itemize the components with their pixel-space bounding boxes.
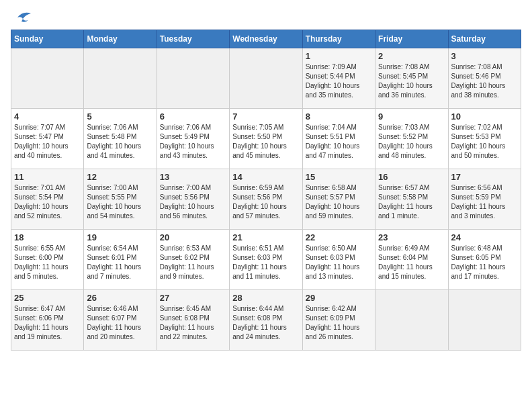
calendar-week-row: 11Sunrise: 7:01 AM Sunset: 5:54 PM Dayli… [11, 169, 521, 230]
page-header [11, 11, 521, 23]
logo-bird-icon [12, 11, 34, 26]
calendar-week-row: 1Sunrise: 7:09 AM Sunset: 5:44 PM Daylig… [11, 48, 521, 109]
col-header-monday: Monday [84, 30, 157, 48]
col-header-saturday: Saturday [448, 30, 521, 48]
day-number: 12 [87, 172, 153, 182]
day-number: 8 [306, 111, 372, 122]
day-number: 16 [378, 172, 445, 182]
day-info: Sunrise: 6:56 AM Sunset: 5:59 PM Dayligh… [451, 183, 518, 221]
day-number: 15 [306, 172, 372, 182]
calendar-cell: 24Sunrise: 6:48 AM Sunset: 6:05 PM Dayli… [448, 230, 521, 290]
calendar-cell [375, 290, 448, 351]
calendar-cell: 29Sunrise: 6:42 AM Sunset: 6:09 PM Dayli… [302, 290, 375, 351]
calendar-cell: 17Sunrise: 6:56 AM Sunset: 5:59 PM Dayli… [448, 169, 521, 230]
day-info: Sunrise: 6:45 AM Sunset: 6:08 PM Dayligh… [160, 304, 226, 342]
day-info: Sunrise: 7:07 AM Sunset: 5:47 PM Dayligh… [14, 123, 81, 161]
calendar-week-row: 18Sunrise: 6:55 AM Sunset: 6:00 PM Dayli… [11, 230, 521, 290]
calendar-cell: 8Sunrise: 7:04 AM Sunset: 5:51 PM Daylig… [302, 109, 375, 169]
calendar-cell [11, 48, 84, 109]
calendar-cell: 18Sunrise: 6:55 AM Sunset: 6:00 PM Dayli… [11, 230, 84, 290]
col-header-tuesday: Tuesday [157, 30, 229, 48]
day-number: 5 [87, 111, 153, 122]
day-number: 24 [451, 232, 518, 242]
calendar-cell: 6Sunrise: 7:06 AM Sunset: 5:49 PM Daylig… [157, 109, 229, 169]
day-number: 11 [14, 172, 81, 182]
day-number: 10 [451, 111, 518, 122]
logo [11, 11, 34, 23]
day-info: Sunrise: 7:08 AM Sunset: 5:46 PM Dayligh… [451, 62, 518, 100]
calendar-cell: 22Sunrise: 6:50 AM Sunset: 6:03 PM Dayli… [302, 230, 375, 290]
calendar-cell: 9Sunrise: 7:03 AM Sunset: 5:52 PM Daylig… [375, 109, 448, 169]
day-info: Sunrise: 6:57 AM Sunset: 5:58 PM Dayligh… [378, 183, 445, 221]
day-number: 4 [14, 111, 81, 122]
calendar-cell: 11Sunrise: 7:01 AM Sunset: 5:54 PM Dayli… [11, 169, 84, 230]
calendar-table: SundayMondayTuesdayWednesdayThursdayFrid… [11, 30, 521, 351]
col-header-sunday: Sunday [11, 30, 84, 48]
calendar-cell: 20Sunrise: 6:53 AM Sunset: 6:02 PM Dayli… [157, 230, 229, 290]
calendar-cell [448, 290, 521, 351]
day-number: 17 [451, 172, 518, 182]
calendar-cell: 4Sunrise: 7:07 AM Sunset: 5:47 PM Daylig… [11, 109, 84, 169]
calendar-cell: 13Sunrise: 7:00 AM Sunset: 5:56 PM Dayli… [157, 169, 229, 230]
day-number: 27 [160, 293, 226, 303]
day-info: Sunrise: 6:51 AM Sunset: 6:03 PM Dayligh… [232, 244, 299, 281]
day-number: 21 [232, 232, 299, 242]
day-number: 20 [160, 232, 226, 242]
day-number: 29 [306, 293, 372, 303]
day-info: Sunrise: 6:46 AM Sunset: 6:07 PM Dayligh… [87, 304, 153, 342]
calendar-week-row: 4Sunrise: 7:07 AM Sunset: 5:47 PM Daylig… [11, 109, 521, 169]
calendar-cell: 25Sunrise: 6:47 AM Sunset: 6:06 PM Dayli… [11, 290, 84, 351]
day-info: Sunrise: 6:54 AM Sunset: 6:01 PM Dayligh… [87, 244, 153, 281]
day-info: Sunrise: 7:03 AM Sunset: 5:52 PM Dayligh… [378, 123, 445, 161]
day-info: Sunrise: 7:06 AM Sunset: 5:49 PM Dayligh… [160, 123, 226, 161]
calendar-cell: 26Sunrise: 6:46 AM Sunset: 6:07 PM Dayli… [84, 290, 157, 351]
day-info: Sunrise: 6:47 AM Sunset: 6:06 PM Dayligh… [14, 304, 81, 342]
day-info: Sunrise: 7:05 AM Sunset: 5:50 PM Dayligh… [232, 123, 299, 161]
calendar-week-row: 25Sunrise: 6:47 AM Sunset: 6:06 PM Dayli… [11, 290, 521, 351]
day-info: Sunrise: 6:48 AM Sunset: 6:05 PM Dayligh… [451, 244, 518, 281]
calendar-cell: 1Sunrise: 7:09 AM Sunset: 5:44 PM Daylig… [302, 48, 375, 109]
calendar-cell: 12Sunrise: 7:00 AM Sunset: 5:55 PM Dayli… [84, 169, 157, 230]
calendar-header-row: SundayMondayTuesdayWednesdayThursdayFrid… [11, 30, 521, 48]
calendar-cell: 2Sunrise: 7:08 AM Sunset: 5:45 PM Daylig… [375, 48, 448, 109]
calendar-cell: 7Sunrise: 7:05 AM Sunset: 5:50 PM Daylig… [230, 109, 302, 169]
day-number: 25 [14, 293, 81, 303]
day-info: Sunrise: 6:55 AM Sunset: 6:00 PM Dayligh… [14, 244, 81, 281]
day-info: Sunrise: 6:59 AM Sunset: 5:56 PM Dayligh… [232, 183, 299, 221]
day-number: 2 [378, 51, 445, 61]
day-number: 13 [160, 172, 226, 182]
day-number: 7 [232, 111, 299, 122]
calendar-cell: 21Sunrise: 6:51 AM Sunset: 6:03 PM Dayli… [230, 230, 302, 290]
day-number: 19 [87, 232, 153, 242]
day-info: Sunrise: 6:42 AM Sunset: 6:09 PM Dayligh… [306, 304, 372, 342]
day-info: Sunrise: 7:08 AM Sunset: 5:45 PM Dayligh… [378, 62, 445, 100]
calendar-cell: 27Sunrise: 6:45 AM Sunset: 6:08 PM Dayli… [157, 290, 229, 351]
calendar-cell: 14Sunrise: 6:59 AM Sunset: 5:56 PM Dayli… [230, 169, 302, 230]
calendar-cell [230, 48, 302, 109]
calendar-cell [84, 48, 157, 109]
day-info: Sunrise: 7:01 AM Sunset: 5:54 PM Dayligh… [14, 183, 81, 221]
day-number: 22 [306, 232, 372, 242]
day-number: 18 [14, 232, 81, 242]
calendar-cell: 15Sunrise: 6:58 AM Sunset: 5:57 PM Dayli… [302, 169, 375, 230]
day-info: Sunrise: 7:09 AM Sunset: 5:44 PM Dayligh… [306, 62, 372, 100]
calendar-cell: 19Sunrise: 6:54 AM Sunset: 6:01 PM Dayli… [84, 230, 157, 290]
day-number: 28 [232, 293, 299, 303]
col-header-thursday: Thursday [302, 30, 375, 48]
day-info: Sunrise: 6:50 AM Sunset: 6:03 PM Dayligh… [306, 244, 372, 281]
day-number: 1 [306, 51, 372, 61]
calendar-cell: 3Sunrise: 7:08 AM Sunset: 5:46 PM Daylig… [448, 48, 521, 109]
calendar-cell: 28Sunrise: 6:44 AM Sunset: 6:08 PM Dayli… [230, 290, 302, 351]
day-info: Sunrise: 6:58 AM Sunset: 5:57 PM Dayligh… [306, 183, 372, 221]
col-header-friday: Friday [375, 30, 448, 48]
day-info: Sunrise: 6:53 AM Sunset: 6:02 PM Dayligh… [160, 244, 226, 281]
day-number: 23 [378, 232, 445, 242]
day-info: Sunrise: 7:00 AM Sunset: 5:55 PM Dayligh… [87, 183, 153, 221]
day-number: 9 [378, 111, 445, 122]
col-header-wednesday: Wednesday [230, 30, 302, 48]
day-info: Sunrise: 7:00 AM Sunset: 5:56 PM Dayligh… [160, 183, 226, 221]
calendar-cell: 23Sunrise: 6:49 AM Sunset: 6:04 PM Dayli… [375, 230, 448, 290]
day-number: 26 [87, 293, 153, 303]
day-info: Sunrise: 6:49 AM Sunset: 6:04 PM Dayligh… [378, 244, 445, 281]
day-number: 14 [232, 172, 299, 182]
